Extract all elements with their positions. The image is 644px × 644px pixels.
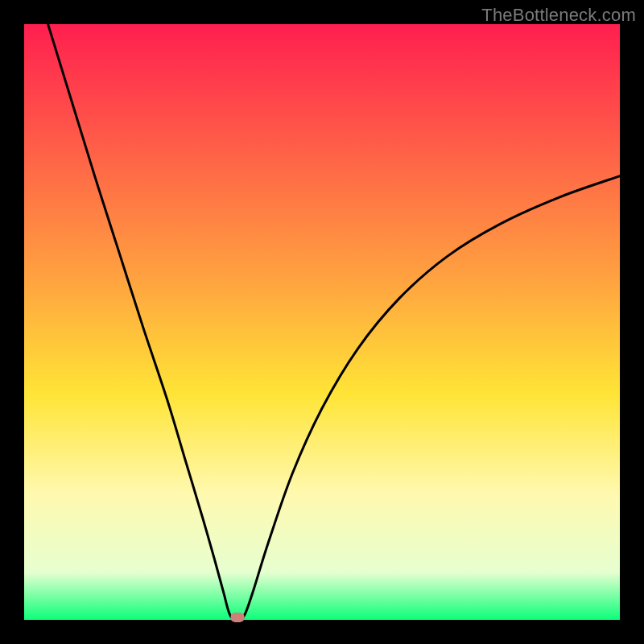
optimum-marker <box>230 613 244 622</box>
watermark-text: TheBottleneck.com <box>481 5 636 26</box>
curve-layer <box>24 24 620 620</box>
plot-area <box>24 24 620 620</box>
bottleneck-curve <box>48 24 620 620</box>
chart-frame: TheBottleneck.com <box>0 0 644 644</box>
